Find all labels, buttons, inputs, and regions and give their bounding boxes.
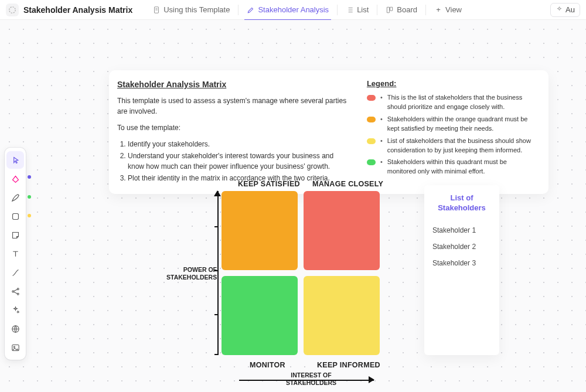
sparkle-icon	[556, 6, 563, 13]
auto-button[interactable]: Au	[550, 3, 580, 17]
sticky-tool[interactable]	[6, 226, 24, 244]
whiteboard-canvas[interactable]: Stakeholder Analysis Matrix This templat…	[0, 20, 586, 392]
stakeholder-list-card[interactable]: List of Stakeholders Stakeholder 1 Stake…	[424, 185, 499, 355]
quadrant-manage-closely[interactable]	[304, 191, 380, 270]
image-tool[interactable]	[6, 339, 24, 356]
add-view-label: View	[445, 5, 462, 14]
info-card[interactable]: Stakeholder Analysis Matrix This templat…	[109, 70, 548, 194]
quadrant-label-tl: KEEP SATISFIED	[238, 180, 300, 188]
svg-point-0	[9, 6, 16, 13]
divider	[377, 5, 377, 15]
legend-item: • Stakeholders within the orange quadran…	[367, 115, 536, 134]
color-dot-blue	[28, 175, 31, 179]
info-title: Stakeholder Analysis Matrix	[117, 79, 350, 91]
swatch-yellow	[367, 138, 376, 144]
list-item[interactable]: Stakeholder 3	[432, 259, 491, 267]
quadrant-keep-satisfied[interactable]	[222, 191, 298, 270]
list-item[interactable]: Stakeholder 1	[432, 226, 491, 234]
legend-item: • This is the list of stakeholders that …	[367, 93, 536, 112]
edit-icon	[247, 6, 255, 14]
info-usage: To use the template:	[117, 122, 350, 133]
tab-label: List	[357, 5, 369, 14]
plus-icon: +	[434, 5, 442, 14]
tab-label: Using this Template	[163, 5, 230, 14]
connector-tool[interactable]	[6, 264, 24, 281]
auto-label: Au	[565, 5, 575, 14]
y-axis-label: POWER OF STAKEHOLDERS	[166, 266, 217, 281]
sparkle-tool[interactable]	[6, 301, 24, 319]
svg-point-6	[17, 288, 19, 289]
x-axis-label: INTEREST OF STAKEHOLDERS	[279, 371, 343, 387]
quadrant-label-bl: MONITOR	[250, 361, 285, 369]
text-tool[interactable]	[6, 245, 24, 263]
top-bar: Stakeholder Analysis Matrix Using this T…	[0, 0, 586, 20]
divider	[337, 5, 338, 15]
legend-item: • List of stakeholders that the business…	[367, 137, 536, 155]
quadrant-label-br: KEEP INFORMED	[317, 361, 380, 369]
legend-title: Legend:	[367, 79, 536, 90]
list-icon	[346, 6, 354, 14]
tab-using-template[interactable]: Using this Template	[146, 0, 236, 20]
step-item: Identify your stakeholders.	[128, 139, 350, 149]
shape-tool[interactable]	[6, 207, 24, 225]
tab-label: Board	[397, 5, 417, 14]
step-item: Understand your stakeholder's interest t…	[128, 151, 350, 172]
color-dot-yellow	[28, 214, 31, 217]
stakeholder-list-title: List of Stakeholders	[432, 193, 491, 213]
pen-tool[interactable]	[6, 189, 24, 206]
info-desc: This template is used to assess a system…	[117, 96, 350, 117]
divider	[238, 5, 239, 15]
color-dot-green	[28, 195, 31, 199]
whiteboard-toolbar	[5, 148, 26, 360]
tab-list[interactable]: List	[340, 0, 374, 20]
loading-icon	[8, 6, 16, 14]
list-item[interactable]: Stakeholder 2	[432, 243, 491, 251]
info-steps: Identify your stakeholders. Understand y…	[117, 139, 350, 183]
svg-rect-3	[390, 7, 393, 11]
legend-text: List of stakeholders that the business s…	[387, 137, 536, 155]
quadrant-monitor[interactable]	[222, 276, 298, 355]
note-tool[interactable]	[6, 170, 24, 188]
share-tool[interactable]	[6, 282, 24, 300]
svg-point-10	[13, 346, 15, 347]
svg-point-5	[12, 291, 13, 292]
tab-board[interactable]: Board	[380, 0, 423, 20]
add-view-button[interactable]: + View	[428, 0, 468, 20]
svg-point-7	[17, 293, 19, 295]
pointer-tool[interactable]	[6, 151, 24, 169]
quadrant-keep-informed[interactable]	[304, 276, 380, 355]
legend-text: Stakeholders within this quadrant must b…	[387, 158, 536, 176]
globe-tool[interactable]	[6, 320, 24, 338]
swatch-red	[367, 95, 376, 101]
swatch-orange	[367, 117, 376, 122]
tab-label: Stakeholder Analysis	[258, 5, 329, 14]
page-title[interactable]: Stakeholder Analysis Matrix	[23, 5, 132, 15]
legend-item: • Stakeholders within this quadrant must…	[367, 158, 536, 176]
home-button[interactable]	[6, 4, 19, 16]
quadrant-label-tr: MANAGE CLOSELY	[312, 180, 383, 188]
legend-text: This is the list of stakeholders that th…	[387, 93, 536, 112]
doc-icon	[152, 6, 161, 14]
tab-stakeholder-analysis[interactable]: Stakeholder Analysis	[241, 0, 335, 20]
svg-rect-4	[12, 213, 18, 219]
board-icon	[386, 6, 394, 14]
legend-text: Stakeholders within the orange quadrant …	[387, 115, 536, 134]
swatch-green	[367, 159, 376, 165]
divider	[425, 5, 426, 15]
legend: Legend: • This is the list of stakeholde…	[367, 79, 536, 185]
svg-rect-2	[387, 7, 390, 12]
